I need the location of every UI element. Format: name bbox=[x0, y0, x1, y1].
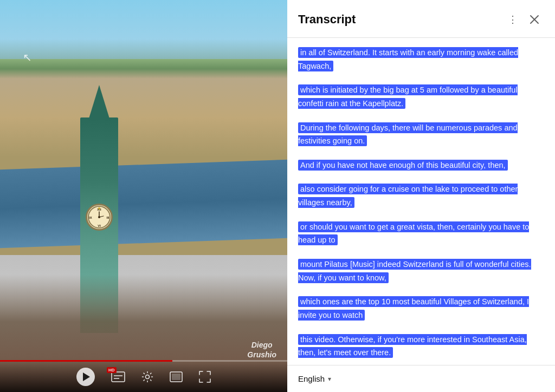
transcript-segment: mount Pilatus [Music] indeed Switzerland… bbox=[298, 258, 544, 284]
transcript-text: this video. Otherwise, if you're more in… bbox=[298, 334, 527, 358]
svg-text:IX: IX bbox=[89, 216, 93, 219]
language-chevron: ▾ bbox=[328, 375, 331, 383]
channel-watermark: Diego Grushio bbox=[247, 340, 276, 360]
hd-badge: HD bbox=[107, 367, 117, 373]
transcript-text: or should you want to get a great vista,… bbox=[298, 221, 529, 246]
transcript-scroll-area[interactable]: in all of Switzerland. It starts with an… bbox=[287, 38, 555, 365]
transcript-segment: in all of Switzerland. It starts with an… bbox=[298, 46, 544, 73]
transcript-segment: this video. Otherwise, if you're more in… bbox=[298, 333, 544, 360]
more-options-button[interactable]: ⋮ bbox=[503, 10, 522, 29]
transcript-footer: English ▾ bbox=[287, 365, 555, 392]
svg-point-7 bbox=[98, 216, 100, 218]
church-spire bbox=[88, 85, 110, 120]
transcript-header: Transcript ⋮ bbox=[287, 0, 555, 38]
play-icon bbox=[83, 373, 90, 381]
transcript-segment: which is initiated by the big bag at 5 a… bbox=[298, 83, 544, 110]
transcript-text: And if you have not have enough of this … bbox=[298, 160, 508, 171]
svg-text:VI: VI bbox=[98, 224, 101, 227]
theater-icon bbox=[170, 371, 183, 382]
fullscreen-button[interactable] bbox=[199, 371, 211, 383]
svg-point-12 bbox=[146, 375, 150, 379]
transcript-text: which is initiated by the big bag at 5 a… bbox=[298, 84, 518, 109]
language-selector[interactable]: English ▾ bbox=[298, 374, 331, 383]
video-controls-bar: HD bbox=[0, 362, 287, 392]
transcript-segment: or should you want to get a great vista,… bbox=[298, 220, 544, 247]
transcript-segment: And if you have not have enough of this … bbox=[298, 159, 544, 172]
transcript-text: which ones are the top 10 most beautiful… bbox=[298, 296, 529, 321]
transcript-text: also consider going for a cruise on the … bbox=[298, 184, 518, 208]
close-icon bbox=[530, 15, 539, 24]
close-transcript-button[interactable] bbox=[525, 10, 544, 29]
svg-text:III: III bbox=[107, 216, 109, 219]
theater-mode-button[interactable] bbox=[170, 371, 183, 382]
svg-rect-9 bbox=[112, 372, 125, 382]
transcript-segment: During the following days, there will be… bbox=[298, 121, 544, 148]
transcript-segment: which ones are the top 10 most beautiful… bbox=[298, 295, 544, 322]
clock-face: XII III VI IX bbox=[86, 204, 113, 231]
play-btn-circle[interactable] bbox=[76, 368, 95, 386]
subtitles-icon bbox=[111, 371, 125, 382]
transcript-segment: also consider going for a cruise on the … bbox=[298, 182, 544, 209]
language-label: English bbox=[298, 374, 325, 383]
fullscreen-icon bbox=[199, 371, 211, 383]
transcript-segments: in all of Switzerland. It starts with an… bbox=[298, 46, 544, 360]
subtitles-button[interactable]: HD bbox=[111, 371, 125, 382]
svg-rect-14 bbox=[172, 374, 180, 380]
transcript-title: Transcript bbox=[298, 12, 501, 27]
transcript-text: During the following days, there will be… bbox=[298, 122, 518, 147]
transcript-text: in all of Switzerland. It starts with an… bbox=[298, 47, 518, 71]
svg-point-8 bbox=[98, 207, 100, 210]
transcript-text: mount Pilatus [Music] indeed Switzerland… bbox=[298, 259, 531, 283]
video-player[interactable]: XII III VI IX bbox=[0, 0, 287, 392]
transcript-panel: Transcript ⋮ in all of Switzerland. It s… bbox=[287, 0, 555, 392]
river-layer bbox=[0, 160, 287, 248]
play-button[interactable] bbox=[76, 368, 95, 386]
settings-icon bbox=[141, 371, 153, 383]
settings-button[interactable] bbox=[141, 371, 153, 383]
